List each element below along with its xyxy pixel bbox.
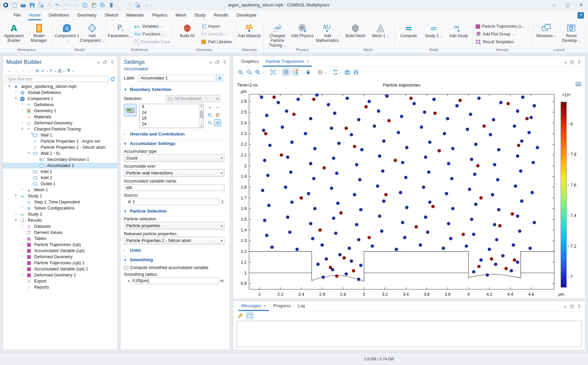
copy-selection-icon[interactable] xyxy=(206,112,213,118)
section-override[interactable]: ›Override and Contribution xyxy=(120,130,230,138)
comsol-logo-icon[interactable] xyxy=(2,1,9,9)
part-libraries-button[interactable]: Part Libraries xyxy=(200,39,233,45)
move-down-icon[interactable]: ↓ xyxy=(27,68,33,74)
legend-icon[interactable] xyxy=(292,68,299,76)
livelink-button[interactable]: LiveLink⌄ xyxy=(200,31,233,38)
section-smoothing[interactable]: ∨Smoothing xyxy=(120,256,230,263)
menu-study[interactable]: Study xyxy=(190,10,210,20)
deselect-box-icon[interactable] xyxy=(125,1,133,9)
released-properties-select[interactable]: Particle Properties 2 - Silicon atom▾ xyxy=(124,237,224,244)
tree-item-datasets[interactable]: ›⣿Datasets xyxy=(3,223,117,229)
tree-item-derived-values[interactable]: 8.85e-12Derived Values xyxy=(3,229,117,236)
section-particle-selection[interactable]: ∨Particle Selection xyxy=(120,207,230,215)
tree-item-particle-properties-2-silicon-atom[interactable]: +−Particle Properties 2 - Silicon atom xyxy=(3,144,117,150)
duplicate-icon[interactable] xyxy=(99,1,106,9)
tree-item-solver-configurations[interactable]: ›≣Solver Configurations xyxy=(3,205,117,211)
tree-item-materials[interactable]: ▪▪Materials xyxy=(3,114,117,120)
menu-file[interactable]: File xyxy=(9,10,25,20)
qat-menu-icon[interactable]: ⌄ xyxy=(143,1,150,9)
result-templates-button[interactable]: Result Templates xyxy=(474,39,531,45)
smoothing-checkbox[interactable]: ✓ xyxy=(124,266,128,270)
boundary-list-item[interactable]: 19 xyxy=(140,116,203,121)
add-study-button[interactable]: ∞Add Study xyxy=(446,22,471,44)
tree-item-particle-trajectories-cpt-[interactable]: ›Particle Trajectories (cpt) xyxy=(3,242,117,248)
close-button[interactable]: ✕ xyxy=(574,0,588,10)
boundary-list[interactable]: 9141924▲▼ xyxy=(139,104,204,128)
move-up-icon[interactable]: ↑ xyxy=(20,68,26,74)
tree-item-wall-2-si[interactable]: ∨Wall 2 - Si xyxy=(3,150,117,156)
tree-item-secondary-emission-1[interactable]: Secondary Emission 1 xyxy=(3,156,117,163)
close-icon[interactable]: ✕ xyxy=(306,59,309,64)
help-button[interactable]: ? xyxy=(578,12,584,19)
zoom-out-icon[interactable] xyxy=(246,68,253,76)
preview-file-icon[interactable] xyxy=(37,1,45,9)
tree-item-outlet-1[interactable]: Outlet 1 xyxy=(3,181,117,187)
tree-item-charged-particle-tracing[interactable]: ∨+−Charged Particle Tracing xyxy=(3,126,117,132)
parameter-case-button[interactable]: PiParameter Case xyxy=(133,39,172,45)
tree-item-geometry-1[interactable]: ›AGeometry 1 xyxy=(3,108,117,114)
menu-materials[interactable]: Materials xyxy=(122,10,148,20)
label-input[interactable] xyxy=(139,75,215,81)
forward-icon[interactable]: → xyxy=(13,68,19,74)
menu-results[interactable]: Results xyxy=(210,10,232,20)
remove-selection-icon[interactable]: − xyxy=(214,104,221,111)
compute-button[interactable]: =Compute xyxy=(396,22,421,44)
tree-item-deformed-geometry-1[interactable]: ›Deformed Geometry 1 xyxy=(3,272,117,278)
maximize-button[interactable]: ▢ xyxy=(561,0,574,10)
menu-physics[interactable]: Physics xyxy=(148,10,172,20)
run-icon[interactable] xyxy=(46,1,53,9)
tree-item-results[interactable]: ∨❏Results xyxy=(3,217,117,223)
rename-button[interactable]: ≣ xyxy=(216,75,223,81)
messages-tab-log[interactable]: Log xyxy=(294,303,309,311)
delete-icon[interactable] xyxy=(108,1,115,9)
parameters-button[interactable]: PiParameters ⌄ xyxy=(108,22,133,44)
tree-item-wall-1[interactable]: DWall 1 xyxy=(3,132,117,138)
menu-developer[interactable]: Developer xyxy=(232,10,261,20)
graphics-tab-graphics[interactable]: Graphics xyxy=(238,59,262,67)
open-file-icon[interactable] xyxy=(20,1,27,9)
refresh-icon[interactable] xyxy=(110,76,115,82)
redo-icon[interactable]: ⌄ xyxy=(64,1,71,9)
variables-button[interactable]: a=Variables⌄ xyxy=(133,23,172,30)
boundary-list-item[interactable]: 9 xyxy=(140,104,203,110)
tree-item-export[interactable]: ⇲Export xyxy=(3,278,117,284)
close-icon[interactable]: ✕ xyxy=(263,304,266,308)
functions-button[interactable]: f(x)Functions⌄ xyxy=(133,31,172,38)
study-2-button[interactable]: ∞Study 2 ⌄ xyxy=(421,22,446,44)
list-scrollbar[interactable]: ▲▼ xyxy=(199,104,203,128)
tree-item-inlet-1[interactable]: Inlet 1 xyxy=(3,169,117,175)
plot-thumbnail-icon[interactable] xyxy=(575,81,581,88)
clear-log-icon[interactable] xyxy=(237,312,244,319)
mesh-1-button[interactable]: Mesh 1 ⌄ xyxy=(368,22,393,44)
messages-log-area[interactable] xyxy=(236,321,582,347)
menu-mesh[interactable]: Mesh xyxy=(172,10,190,20)
pin-icon[interactable] xyxy=(577,60,582,65)
section-accumulator-settings[interactable]: ∨Accumulator Settings xyxy=(120,140,230,147)
variable-name-input[interactable] xyxy=(124,184,224,191)
minimize-button[interactable]: – xyxy=(547,0,561,10)
reset-desktop-button[interactable]: Reset Desktop ⌄ xyxy=(559,22,584,44)
section-boundary-selection[interactable]: ∨Boundary Selection xyxy=(120,86,230,93)
messages-tab-messages[interactable]: Messages✕ xyxy=(238,303,270,311)
zoom-box-icon[interactable]: ⌄ xyxy=(255,68,264,76)
tree-item-deformed-geometry[interactable]: ›Deformed Geometry xyxy=(3,254,117,260)
undo-icon[interactable]: ⌄ xyxy=(55,1,62,9)
tree-item-deformed-geometry[interactable]: ›◫Deformed Geometry xyxy=(3,120,117,126)
back-icon[interactable]: ← xyxy=(6,68,12,74)
plot-area[interactable]: Time=2 ns Particle trajectories µm ×10⁴ … xyxy=(233,77,585,298)
model-manager-button[interactable]: Model Manager xyxy=(26,22,51,44)
tree-item-accumulated-variable-cpt-1[interactable]: ›Accumulated Variable (cpt) 1 xyxy=(3,266,117,272)
tree-item-accumulator-1[interactable]: Accumulator 1 xyxy=(3,163,117,169)
build-mesh-button[interactable]: Build Mesh xyxy=(343,22,368,44)
pin-icon[interactable] xyxy=(110,60,115,65)
float-window-icon[interactable] xyxy=(569,304,574,309)
build-all-button[interactable]: Build All xyxy=(175,22,200,44)
tree-item-particle-properties-1-argon-ion[interactable]: +−Particle Properties 1 - Argon ion xyxy=(3,138,117,144)
boundary-list-item[interactable]: 24 xyxy=(140,121,203,127)
source-input[interactable] xyxy=(131,198,219,205)
tree-filter-input[interactable] xyxy=(5,76,109,82)
copy-icon[interactable] xyxy=(81,1,89,9)
smoothing-radius-input[interactable] xyxy=(131,277,218,284)
node-columns-icon[interactable]: ▤⌄ xyxy=(58,68,65,74)
print-icon[interactable] xyxy=(353,68,359,76)
